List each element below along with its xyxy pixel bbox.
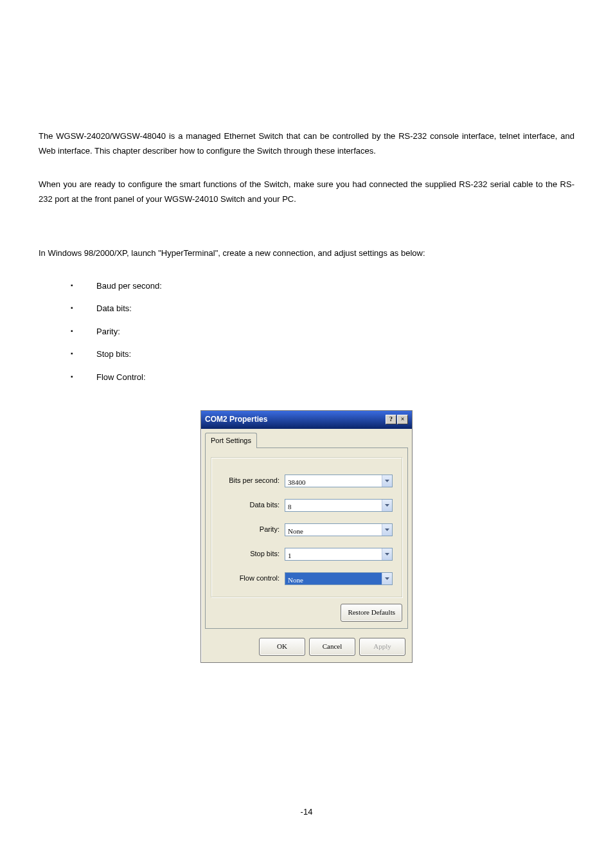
parity-value: None [285, 524, 382, 536]
setup-instruction: In Windows 98/2000/XP, launch "HyperTerm… [39, 246, 574, 260]
settings-list: Baud per second: Data bits: Parity: Stop… [39, 278, 574, 384]
apply-button[interactable]: Apply [359, 638, 405, 656]
intro-paragraph-2: When you are ready to configure the smar… [39, 177, 574, 207]
flow-combo[interactable]: None [285, 572, 393, 585]
dialog-title: COM2 Properties [205, 413, 267, 427]
databits-combo[interactable]: 8 [285, 499, 393, 512]
flow-value: None [285, 573, 382, 584]
label-stopbits: Stop bits: [220, 548, 285, 561]
stopbits-combo[interactable]: 1 [285, 548, 393, 561]
label-bps: Bits per second: [220, 475, 285, 487]
chevron-down-icon[interactable] [382, 524, 392, 536]
tab-port-settings[interactable]: Port Settings [205, 433, 257, 449]
chevron-down-icon[interactable] [382, 573, 392, 584]
list-item: Baud per second: [71, 278, 574, 293]
label-databits: Data bits: [220, 499, 285, 512]
parity-combo[interactable]: None [285, 523, 393, 536]
ok-button[interactable]: OK [259, 638, 305, 656]
restore-defaults-button[interactable]: Restore Defaults [341, 604, 402, 622]
help-button[interactable]: ? [386, 415, 396, 424]
com-properties-dialog: COM2 Properties ? × Port Settings Bits p… [200, 410, 413, 663]
databits-value: 8 [285, 500, 382, 511]
list-item: Data bits: [71, 301, 574, 316]
label-parity: Parity: [220, 523, 285, 536]
list-item: Stop bits: [71, 347, 574, 361]
page-number: -14 [39, 804, 574, 819]
list-item: Flow Control: [71, 370, 574, 384]
dialog-titlebar[interactable]: COM2 Properties ? × [201, 411, 412, 429]
chevron-down-icon[interactable] [382, 500, 392, 511]
list-item: Parity: [71, 324, 574, 339]
chevron-down-icon[interactable] [382, 475, 392, 487]
settings-group: Bits per second: 38400 Data bits: 8 Pari… [211, 457, 402, 597]
chevron-down-icon[interactable] [382, 548, 392, 560]
stopbits-value: 1 [285, 548, 382, 560]
bps-combo[interactable]: 38400 [285, 475, 393, 487]
close-button[interactable]: × [397, 415, 408, 424]
bps-value: 38400 [285, 475, 382, 487]
label-flow: Flow control: [220, 572, 285, 585]
cancel-button[interactable]: Cancel [309, 638, 355, 656]
intro-paragraph-1: The WGSW-24020/WGSW-48040 is a managed E… [39, 129, 574, 159]
